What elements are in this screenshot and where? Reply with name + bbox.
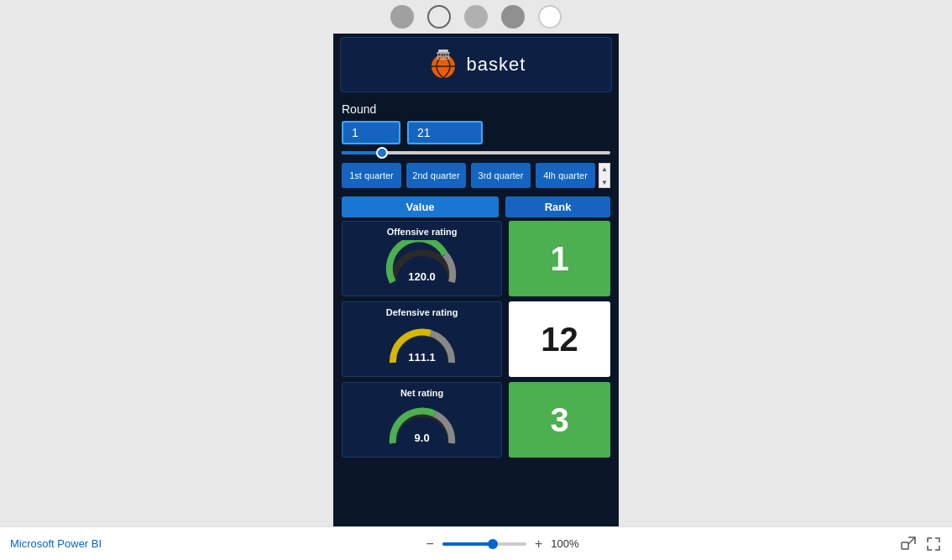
bottom-bar: Microsoft Power BI − + 100% <box>0 526 952 560</box>
scrollbar-down-arrow[interactable]: ▼ <box>599 177 609 187</box>
round-slider-container <box>342 151 610 154</box>
round-slider-thumb[interactable] <box>376 147 388 159</box>
round-slider-track[interactable] <box>342 151 610 154</box>
net-rating-value: 9.0 <box>415 432 430 444</box>
quarter-btn-2[interactable]: 2nd quarter <box>406 163 466 188</box>
round-input-end[interactable] <box>407 121 483 144</box>
defensive-rating-rank-number: 12 <box>541 321 578 359</box>
offensive-rating-rank-number: 1 <box>550 240 568 278</box>
defensive-rating-row: Defensive rating 111.1 <box>342 301 610 377</box>
quarter-btn-3[interactable]: 3rd quarter <box>471 163 531 188</box>
defensive-rating-label: Defensive rating <box>386 307 458 317</box>
net-rating-svg-container: 9.0 <box>384 401 460 447</box>
zoom-slider-fill <box>442 542 493 546</box>
net-rating-rank-number: 3 <box>550 401 568 439</box>
zoom-slider-thumb[interactable] <box>488 539 498 549</box>
app-container: basket Round 1st quarter <box>333 34 619 560</box>
offensive-rating-row: Offensive rating 120.0 <box>342 221 610 296</box>
net-rating-gauge: Net rating 9.0 <box>342 382 502 458</box>
col-rank-header: Rank <box>505 196 610 217</box>
nav-dot-2[interactable] <box>427 5 451 29</box>
net-rating-label: Net rating <box>400 388 443 398</box>
round-inputs <box>342 121 610 144</box>
nav-dot-5[interactable] <box>538 5 562 29</box>
zoom-plus-button[interactable]: + <box>531 536 546 552</box>
header-area: basket <box>340 37 612 92</box>
offensive-rating-gauge: Offensive rating 120.0 <box>342 221 502 296</box>
zoom-minus-button[interactable]: − <box>423 536 437 552</box>
zoom-percent: 100% <box>551 537 578 550</box>
quarters-scrollbar[interactable]: ▲ ▼ <box>599 163 610 188</box>
offensive-rating-value: 120.0 <box>408 270 436 283</box>
defensive-rating-value: 111.1 <box>408 351 436 364</box>
quarters-wrapper: 1st quarter 2nd quarter 3rd quarter 4lh … <box>342 163 610 188</box>
defensive-rating-rank: 12 <box>509 301 610 377</box>
offensive-rating-svg-container: 120.0 <box>384 240 460 286</box>
scrollbar-up-arrow[interactable]: ▲ <box>599 164 609 174</box>
svg-rect-9 <box>902 542 908 549</box>
svg-rect-3 <box>437 52 450 54</box>
svg-line-10 <box>908 537 915 544</box>
nav-dots-bar <box>0 0 952 34</box>
powerbi-link[interactable]: Microsoft Power BI <box>10 537 102 550</box>
expand-icon[interactable] <box>900 536 917 552</box>
content-area: Round 1st quarter 2nd quarter 3rd quarte… <box>333 96 619 560</box>
defensive-rating-svg-container: 111.1 <box>384 321 460 367</box>
col-value-header: Value <box>342 196 499 217</box>
quarters-buttons: 1st quarter 2nd quarter 3rd quarter 4lh … <box>342 163 595 188</box>
logo-text: basket <box>467 54 526 76</box>
nav-dot-1[interactable] <box>390 5 414 29</box>
offensive-rating-rank: 1 <box>509 221 610 296</box>
nav-dot-4[interactable] <box>501 5 525 29</box>
bottom-icons <box>900 536 942 552</box>
quarter-btn-4[interactable]: 4lh quarter <box>536 163 595 188</box>
main-area: basket Round 1st quarter <box>0 0 952 526</box>
quarter-btn-1[interactable]: 1st quarter <box>342 163 401 188</box>
zoom-controls: − + 100% <box>423 536 579 552</box>
basketball-logo-icon <box>426 48 460 81</box>
round-label: Round <box>342 102 610 116</box>
round-input-start[interactable] <box>342 121 400 144</box>
net-rating-row: Net rating 9.0 3 <box>342 382 610 458</box>
table-header: Value Rank <box>342 196 610 217</box>
fullscreen-icon[interactable] <box>925 536 942 552</box>
zoom-slider[interactable] <box>442 542 526 546</box>
offensive-rating-label: Offensive rating <box>387 227 458 237</box>
net-rating-rank: 3 <box>509 382 610 458</box>
defensive-rating-gauge: Defensive rating 111.1 <box>342 301 502 377</box>
svg-rect-2 <box>438 50 448 52</box>
nav-dot-3[interactable] <box>464 5 488 29</box>
